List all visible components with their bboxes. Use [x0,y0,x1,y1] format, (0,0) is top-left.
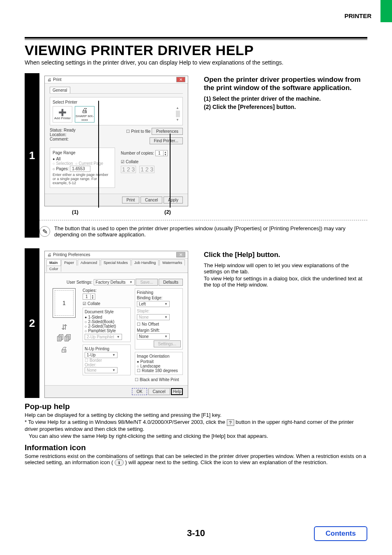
add-printer-icon[interactable]: ➕ Add Printer [53,106,72,123]
ok-button[interactable]: OK [132,388,147,395]
green-sidebar [380,0,392,22]
copies-label-2: Copies: [83,288,131,293]
tab-special[interactable]: Special Modes [101,259,131,266]
binding-edge-label: Binding Edge: [137,296,181,300]
rotate-check[interactable] [137,368,142,373]
pamphlet-select: 2-Up Pamphlet [85,334,122,340]
printer-icon: 🖨 [47,77,51,82]
close-icon[interactable]: ✕ [176,77,185,82]
info-heading: Information icon [25,443,367,452]
selection-label: Selection [56,161,73,166]
printer-icon-2: 🖨 [47,252,51,257]
staple-select: None [137,314,170,320]
select-printer-label: Select Printer [53,100,180,104]
orientation-label: Image Orientation [137,354,181,358]
offset-check[interactable] [137,322,142,326]
print-to-file-label: Print to file [131,129,150,134]
q-glyph: ? [229,420,232,425]
collate-check-2[interactable] [83,301,88,306]
collate-check[interactable] [121,160,126,164]
doc-style-label: Document Style [85,310,129,314]
step2-para1: The Help window will open to let you vie… [204,262,367,275]
tab-job[interactable]: Job Handling [131,259,159,266]
border-label: Border [90,358,102,363]
page-range-label: Page Range [53,150,112,155]
rotate-label: Rotate 180 degrees [142,368,178,373]
printer-sharp[interactable]: 🖨 SHARP MX-xxxx [75,106,95,123]
radio-current [75,161,78,166]
pencil-icon: ✎ [39,226,50,237]
popup-line3: You can also view the same Help by right… [25,433,367,439]
close-icon-2[interactable]: ✕ [176,252,185,257]
print-dialog: 🖨 Print ✕ General Select Printer ➕ [44,76,188,206]
bw-check[interactable] [135,377,140,382]
pref-dialog-title: Printing Preferences [53,252,90,257]
contents-button[interactable]: Contents [314,526,367,541]
machine-icon: 🖨 [60,345,68,354]
help-button[interactable]: Help [171,388,183,395]
defaults-button[interactable]: Defaults [159,279,183,286]
cancel-button[interactable]: Cancel [141,197,162,204]
bw-label: Black and White Print [140,377,179,382]
header-printer: PRINTER [344,12,371,19]
save-button[interactable]: Save... [136,279,157,286]
step-1: 1 🖨 Print ✕ General Select Pri [25,73,367,238]
copies-value: 1 [156,150,163,156]
tab-watermarks[interactable]: Watermarks [159,259,185,266]
tab-advanced[interactable]: Advanced [78,259,100,266]
page-content: VIEWING PRINTER DRIVER HELP When selecti… [25,37,367,467]
user-settings-label: User Settings: [67,280,92,284]
margin-none: None [139,334,149,339]
one-up: 1-Up [87,353,96,357]
popup-line2a: * To view Help for a setting in Windows … [25,419,227,425]
preferences-button[interactable]: Preferences [152,128,183,135]
no-offset: No Offset [142,322,159,326]
info-glyph: ℹ [118,460,120,465]
pamphlet: Pamphlet Style [88,328,115,333]
two-sided-book: 2-Sided(Book) [88,319,114,324]
print-to-file-check[interactable] [126,129,131,134]
print-button[interactable]: Print [122,197,140,204]
landscape: Landscape [140,364,160,368]
tab-general[interactable]: General [50,87,70,93]
scrollbar[interactable] [176,111,180,117]
tab-main[interactable]: Main [46,259,61,266]
step2-para2: To view Help for settings in a dialog bo… [204,275,367,288]
popup-heading: Pop-up help [25,402,367,411]
status-value: Ready [64,128,76,132]
step2-title: Click the [Help] button. [204,251,367,259]
page-hint: Enter either a single page number or a s… [53,173,112,185]
finishing-label: Finishing [137,290,181,295]
pages-label: Pages: [56,166,69,171]
callout-line-2 [170,134,171,208]
step1-note: The button that is used to open the prin… [54,225,367,238]
margin-shift-label: Margin Shift: [137,328,181,333]
step1-sub2: (2) Click the [Preferences] button. [204,104,367,110]
scroll-down-icon[interactable]: ▼ [176,118,180,122]
scroll-up-icon[interactable]: ▲ [176,106,180,110]
apply-button[interactable]: Apply [164,197,183,204]
popup-line2: * To view Help for a setting in Windows … [25,419,367,432]
margin-select[interactable]: None [137,333,170,340]
copies-spinner[interactable]: 1▲▼ [155,150,168,156]
binding-select[interactable]: Left [137,301,170,307]
tab-color[interactable]: Color [46,266,61,272]
user-settings-select[interactable]: Factory Defaults [94,279,135,285]
pages-input[interactable]: 1-6553 [70,166,90,172]
collate-icon-1: 1 2 3 [121,166,136,173]
tab-paper[interactable]: Paper [61,259,77,266]
step2-num: 2 [25,248,39,398]
callout-1: (1) [48,209,102,215]
nup-select[interactable]: 1-Up [85,352,118,358]
find-printer-button[interactable]: Find Printer... [150,137,183,144]
cancel-button-2[interactable]: Cancel [148,388,170,395]
page-size-icon: ⇵ [61,323,67,332]
staple-none: None [139,315,149,319]
dashed-divider [39,220,367,220]
rule-heavy [25,37,367,39]
copies-spinner-2[interactable]: 1▲▼ [83,294,95,300]
status-label: Status: [50,128,62,132]
factory-defaults: Factory Defaults [96,280,126,284]
order-none: None [87,368,97,372]
printer-name: SHARP MX-xxxx [75,114,94,122]
